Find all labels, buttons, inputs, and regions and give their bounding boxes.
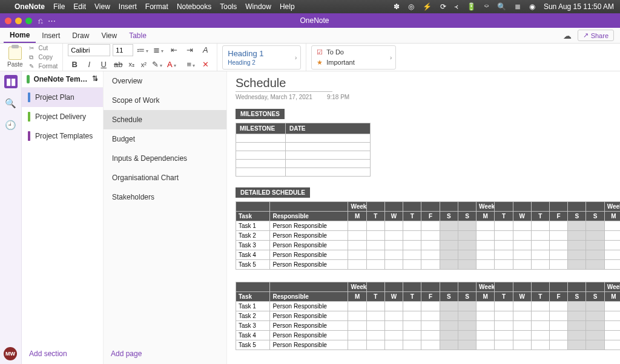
bold-button[interactable]: B: [68, 58, 81, 71]
page-item[interactable]: Schedule: [104, 110, 226, 129]
notebook-selector[interactable]: OneNote Template for Project Management …: [22, 71, 103, 88]
page-item[interactable]: Stakeholders: [104, 187, 226, 207]
tag-important: Important: [326, 59, 354, 66]
siri-icon[interactable]: ◉: [529, 2, 535, 11]
sync-status-icon[interactable]: ☁: [563, 31, 572, 41]
user-avatar[interactable]: MW: [4, 347, 17, 360]
menu-view[interactable]: View: [94, 2, 110, 11]
section-item[interactable]: Project Delivery: [22, 107, 103, 126]
font-color-button[interactable]: A: [165, 58, 178, 71]
table-row[interactable]: Task 3Person Responsible: [236, 321, 621, 331]
table-row[interactable]: [236, 134, 371, 143]
wifi-icon[interactable]: ⌔: [484, 2, 489, 11]
menu-file[interactable]: File: [53, 2, 65, 11]
delete-button[interactable]: ✕: [199, 58, 212, 71]
outdent-button[interactable]: ⇤: [167, 44, 180, 57]
table-row[interactable]: Task 4Person Responsible: [236, 250, 621, 260]
notebook-rail-icon[interactable]: ▮▮: [4, 75, 18, 88]
underline-button[interactable]: U: [97, 58, 110, 71]
format-painter-button[interactable]: ✎Format: [29, 63, 58, 70]
styles-gallery[interactable]: Heading 1 Heading 2 ›: [222, 45, 301, 70]
menubar-appname[interactable]: OneNote: [15, 2, 45, 11]
search-rail-icon[interactable]: 🔍: [4, 97, 18, 110]
sync-icon[interactable]: ⟳: [440, 2, 446, 11]
battery-icon[interactable]: 🔋: [467, 2, 476, 11]
align-button[interactable]: ≡: [184, 58, 197, 71]
menubar-clock[interactable]: Sun Aug 15 11:50 AM: [544, 2, 614, 11]
section-item[interactable]: Project Templates: [22, 126, 103, 146]
milestones-table[interactable]: MILESTONE DATE: [236, 123, 371, 177]
table-row[interactable]: Task 5Person Responsible: [236, 340, 621, 350]
page-item[interactable]: Overview: [104, 71, 226, 91]
star-icon: ★: [317, 59, 323, 67]
page-title[interactable]: Schedule: [236, 76, 612, 90]
spotlight-icon[interactable]: 🔍: [497, 2, 506, 11]
table-row[interactable]: Task 2Person Responsible: [236, 231, 621, 241]
add-section-button[interactable]: Add section: [22, 343, 103, 364]
schedule-table[interactable]: Week 1Week 2Week 3TaskResponsibleMTWTFSS…: [236, 201, 620, 270]
section-color-bar: [28, 112, 30, 122]
status-icon[interactable]: ✽: [394, 2, 400, 11]
page-item[interactable]: Inputs & Dependencies: [104, 149, 226, 168]
numbering-button[interactable]: ≣: [151, 44, 165, 57]
status-icon[interactable]: ◎: [408, 2, 414, 11]
highlight-button[interactable]: ✎: [150, 58, 163, 71]
menu-edit[interactable]: Edit: [73, 2, 86, 11]
indent-button[interactable]: ⇥: [183, 44, 196, 57]
font-size-select[interactable]: [113, 44, 133, 56]
chevron-right-icon: ›: [390, 54, 392, 60]
tab-draw[interactable]: Draw: [66, 28, 95, 43]
bluetooth-icon[interactable]: ᚜: [455, 2, 458, 11]
section-item[interactable]: Project Plan: [22, 88, 103, 107]
maximize-window-button[interactable]: [25, 18, 32, 24]
table-row[interactable]: Task 4Person Responsible: [236, 331, 621, 340]
paste-button[interactable]: Paste: [5, 47, 25, 68]
superscript-button[interactable]: x²: [138, 59, 149, 70]
menu-tools[interactable]: Tools: [220, 2, 237, 11]
pages-panel: OverviewScope of WorkScheduleBudgetInput…: [104, 71, 227, 364]
italic-button[interactable]: I: [82, 58, 96, 71]
sort-icon[interactable]: ⇅: [92, 74, 98, 83]
more-icon[interactable]: ⋯: [48, 16, 56, 25]
recent-rail-icon[interactable]: 🕘: [4, 119, 18, 132]
status-icon[interactable]: ⚡: [423, 2, 432, 11]
table-row[interactable]: [236, 160, 371, 168]
tab-insert[interactable]: Insert: [36, 28, 66, 43]
clear-formatting-button[interactable]: A: [199, 44, 212, 57]
table-row[interactable]: Task 5Person Responsible: [236, 260, 621, 270]
page-item[interactable]: Scope of Work: [104, 91, 226, 110]
table-row[interactable]: Task 1Person Responsible: [236, 221, 621, 231]
page-canvas[interactable]: Schedule Wednesday, March 17, 2021 9:18 …: [227, 71, 620, 364]
add-page-button[interactable]: Add page: [104, 343, 226, 364]
tab-table[interactable]: Table: [123, 28, 153, 43]
table-row[interactable]: Task 1Person Responsible: [236, 302, 621, 311]
table-row[interactable]: [236, 143, 371, 151]
menu-insert[interactable]: Insert: [119, 2, 137, 11]
copy-button[interactable]: ⧉Copy: [29, 54, 58, 61]
page-time: 9:18 PM: [327, 94, 349, 100]
menu-window[interactable]: Window: [245, 2, 271, 11]
page-item[interactable]: Budget: [104, 129, 226, 149]
table-row[interactable]: Task 2Person Responsible: [236, 311, 621, 321]
share-button[interactable]: ↗ Share: [578, 30, 614, 41]
tags-gallery[interactable]: ☑To Do ★Important ›: [311, 45, 396, 70]
font-name-select[interactable]: [68, 44, 110, 56]
schedule-table[interactable]: Week 6Week 7Week 8TaskResponsibleMTWTFSS…: [236, 282, 620, 350]
autosave-icon[interactable]: ⎌: [38, 16, 43, 25]
subscript-button[interactable]: x₂: [126, 59, 137, 70]
bullets-button[interactable]: ≔: [136, 44, 149, 57]
controlcenter-icon[interactable]: ≣: [515, 2, 521, 11]
table-row[interactable]: Task 3Person Responsible: [236, 241, 621, 250]
close-window-button[interactable]: [5, 18, 12, 24]
cut-button[interactable]: ✂Cut: [29, 45, 58, 52]
tab-home[interactable]: Home: [4, 28, 36, 43]
page-item[interactable]: Organisational Chart: [104, 168, 226, 187]
minimize-window-button[interactable]: [15, 18, 22, 24]
table-row[interactable]: [236, 168, 371, 177]
menu-notebooks[interactable]: Notebooks: [177, 2, 211, 11]
tab-view[interactable]: View: [95, 28, 123, 43]
strikethrough-button[interactable]: ab: [111, 58, 125, 71]
menu-format[interactable]: Format: [145, 2, 168, 11]
menu-help[interactable]: Help: [280, 2, 295, 11]
table-row[interactable]: [236, 151, 371, 160]
